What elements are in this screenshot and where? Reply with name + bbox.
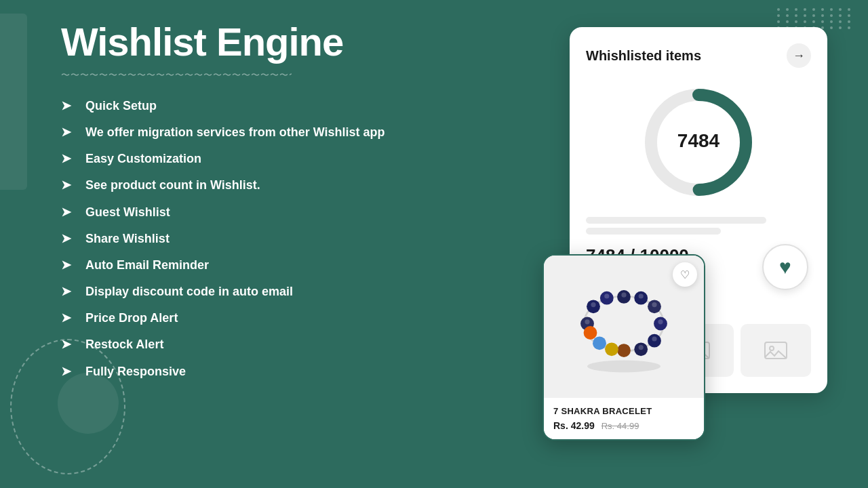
feature-text: Display discount code in auto email xyxy=(85,283,293,300)
left-panel: Wishlist Engine 〜〜〜〜〜〜〜〜〜〜〜〜〜〜〜〜〜〜〜〜〜〜〜〜… xyxy=(61,20,454,380)
svg-point-23 xyxy=(585,319,589,324)
wishlist-arrow-button[interactable]: → xyxy=(787,43,811,68)
feature-text: Fully Responsive xyxy=(85,363,186,380)
list-item: ➤ Auto Email Reminder xyxy=(61,257,454,274)
right-panel: Whishlisted items → 7484 7484 / 10000 xyxy=(542,27,827,461)
product-image-container: ♡ xyxy=(544,256,704,398)
product-name: 7 SHAKRA BRACELET xyxy=(553,406,694,416)
product-heart-button[interactable]: ♡ xyxy=(673,262,697,287)
image-placeholder xyxy=(741,324,811,377)
svg-point-24 xyxy=(658,319,663,324)
feature-text: Auto Email Reminder xyxy=(85,257,209,274)
page-title: Wishlist Engine xyxy=(61,20,454,64)
arrow-right-icon: → xyxy=(793,49,805,63)
list-item: ➤ Restock Alert xyxy=(61,336,454,353)
bg-solid-circle xyxy=(58,373,119,434)
feature-text: Share Wishlist xyxy=(85,230,170,247)
gray-bars xyxy=(586,217,811,235)
svg-point-25 xyxy=(591,302,595,307)
product-price-original: Rs. 44.99 xyxy=(601,421,639,431)
list-item: ➤ Price Drop Alert xyxy=(61,310,454,327)
svg-point-7 xyxy=(770,346,774,350)
svg-point-29 xyxy=(621,293,626,298)
arrow-icon: ➤ xyxy=(61,205,77,220)
arrow-icon: ➤ xyxy=(61,151,77,166)
svg-point-27 xyxy=(604,293,609,298)
arrow-icon: ➤ xyxy=(61,310,77,325)
wishlist-card-header: Whishlisted items → xyxy=(586,43,811,68)
product-price-current: Rs. 42.99 xyxy=(553,420,595,431)
feature-list: ➤ Quick Setup ➤ We offer migration servi… xyxy=(61,98,454,380)
arrow-icon: ➤ xyxy=(61,125,77,140)
list-item: ➤ We offer migration services from other… xyxy=(61,124,454,141)
list-item: ➤ See product count in Wishlist. xyxy=(61,177,454,194)
heart-circle[interactable]: ♥ xyxy=(762,244,808,290)
dot-grid-decoration xyxy=(777,8,853,29)
list-item: ➤ Easy Customization xyxy=(61,150,454,167)
product-prices: Rs. 42.99 Rs. 44.99 xyxy=(553,420,694,431)
title-underline: 〜〜〜〜〜〜〜〜〜〜〜〜〜〜〜〜〜〜〜〜〜〜〜〜〜〜〜〜〜〜〜〜〜 xyxy=(61,69,292,81)
arrow-icon: ➤ xyxy=(61,178,77,192)
feature-text: See product count in Wishlist. xyxy=(85,177,260,194)
svg-point-19 xyxy=(617,344,631,357)
arrow-icon: ➤ xyxy=(61,258,77,272)
svg-point-30 xyxy=(652,336,656,341)
product-card: ♡ 7 SHAKRA BRACELET Rs. 42.99 Rs. 44.99 xyxy=(542,254,705,441)
bg-left-rectangles xyxy=(0,14,37,203)
svg-point-20 xyxy=(605,342,618,356)
feature-text: Restock Alert xyxy=(85,336,163,353)
svg-point-28 xyxy=(639,293,644,298)
list-item: ➤ Share Wishlist xyxy=(61,230,454,247)
product-image xyxy=(563,266,685,388)
svg-point-26 xyxy=(652,302,656,307)
list-item: ➤ Guest Wishlist xyxy=(61,204,454,221)
feature-text: Price Drop Alert xyxy=(85,310,178,327)
svg-point-31 xyxy=(639,345,644,350)
svg-point-21 xyxy=(593,336,606,350)
heart-outline-icon: ♡ xyxy=(680,268,690,281)
arrow-icon: ➤ xyxy=(61,337,77,352)
donut-chart: 7484 xyxy=(637,81,760,203)
arrow-icon: ➤ xyxy=(61,98,77,113)
feature-text: We offer migration services from other W… xyxy=(85,124,385,141)
image-placeholder-icon xyxy=(764,338,788,363)
arrow-icon: ➤ xyxy=(61,364,77,379)
feature-text: Guest Wishlist xyxy=(85,204,170,221)
feature-text: Quick Setup xyxy=(85,98,157,115)
svg-point-8 xyxy=(587,361,660,373)
heart-filled-icon: ♥ xyxy=(779,256,791,279)
arrow-icon: ➤ xyxy=(61,231,77,246)
list-item: ➤ Display discount code in auto email xyxy=(61,283,454,300)
donut-count: 7484 xyxy=(677,130,720,151)
list-item: ➤ Fully Responsive xyxy=(61,363,454,380)
svg-point-22 xyxy=(584,326,597,340)
list-item: ➤ Quick Setup xyxy=(61,98,454,115)
feature-text: Easy Customization xyxy=(85,150,201,167)
product-info: 7 SHAKRA BRACELET Rs. 42.99 Rs. 44.99 xyxy=(544,398,704,439)
arrow-icon: ➤ xyxy=(61,284,77,299)
wishlist-card-title: Whishlisted items xyxy=(586,48,701,64)
donut-chart-container: 7484 xyxy=(586,81,811,203)
